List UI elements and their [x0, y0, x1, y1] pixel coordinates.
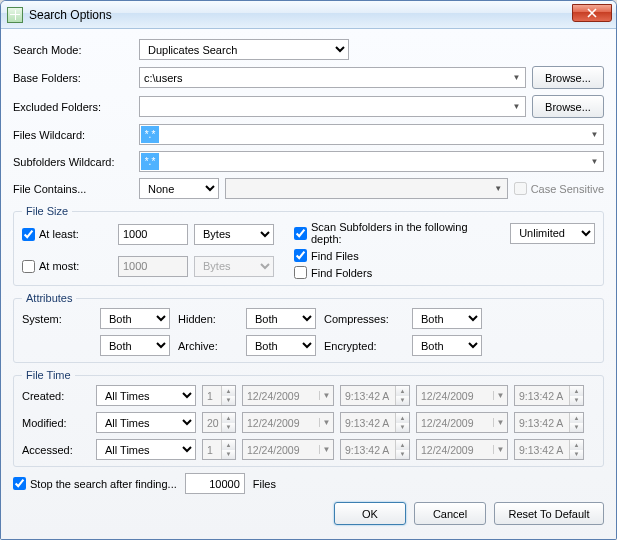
modified-mode-select[interactable]: All Times: [96, 412, 196, 433]
at-least-checkbox[interactable]: [22, 228, 35, 241]
created-time1-spinner[interactable]: 9:13:42 A▲▼: [340, 385, 410, 406]
file-contains-mode-select[interactable]: None: [139, 178, 219, 199]
readonly-select[interactable]: Both: [100, 335, 170, 356]
modified-date1[interactable]: 12/24/2009▼: [242, 412, 334, 433]
archive-label: Archive:: [178, 340, 238, 352]
created-time2-spinner[interactable]: 9:13:42 A▲▼: [514, 385, 584, 406]
browse-excluded-button[interactable]: Browse...: [532, 95, 604, 118]
chevron-down-icon: ▼: [319, 418, 333, 427]
accessed-date2[interactable]: 12/24/2009▼: [416, 439, 508, 460]
subfolders-wildcard-label: Subfolders Wildcard:: [13, 156, 133, 168]
at-most-unit-select[interactable]: Bytes: [194, 256, 274, 277]
find-folders-checkbox[interactable]: [294, 266, 307, 279]
encrypted-label: Encrypted:: [324, 340, 404, 352]
case-sensitive-checkbox[interactable]: [514, 182, 527, 195]
accessed-time1-spinner[interactable]: 9:13:42 A▲▼: [340, 439, 410, 460]
stop-search-checkbox[interactable]: [13, 477, 26, 490]
close-button[interactable]: [572, 4, 612, 22]
search-options-dialog: Search Options Search Mode: Duplicates S…: [0, 0, 617, 540]
accessed-label: Accessed:: [22, 444, 90, 456]
window-title: Search Options: [29, 8, 112, 22]
find-files-label: Find Files: [311, 250, 359, 262]
arrow-down-icon: ▼: [222, 450, 235, 460]
arrow-up-icon: ▲: [396, 386, 409, 396]
scan-subfolders-checkbox[interactable]: [294, 227, 307, 240]
arrow-up-icon: ▲: [570, 440, 583, 450]
system-label: System:: [22, 313, 92, 325]
find-folders-label: Find Folders: [311, 267, 372, 279]
arrow-up-icon: ▲: [396, 440, 409, 450]
chevron-down-icon: ▼: [319, 445, 333, 454]
at-most-value-input[interactable]: [118, 256, 188, 277]
created-count-spinner[interactable]: 1▲▼: [202, 385, 236, 406]
search-mode-label: Search Mode:: [13, 44, 133, 56]
cancel-button[interactable]: Cancel: [414, 502, 486, 525]
arrow-up-icon: ▲: [396, 413, 409, 423]
accessed-mode-select[interactable]: All Times: [96, 439, 196, 460]
case-sensitive-label: Case Sensitive: [531, 183, 604, 195]
chevron-down-icon[interactable]: ▼: [587, 153, 602, 170]
at-least-unit-select[interactable]: Bytes: [194, 224, 274, 245]
modified-count-spinner[interactable]: 20▲▼: [202, 412, 236, 433]
arrow-down-icon: ▼: [222, 396, 235, 406]
search-mode-select[interactable]: Duplicates Search: [139, 39, 349, 60]
chevron-down-icon: ▼: [493, 418, 507, 427]
browse-base-button[interactable]: Browse...: [532, 66, 604, 89]
at-least-value-input[interactable]: [118, 224, 188, 245]
stop-count-input[interactable]: [185, 473, 245, 494]
compresses-select[interactable]: Both: [412, 308, 482, 329]
find-files-checkbox[interactable]: [294, 249, 307, 262]
depth-select[interactable]: Unlimited: [510, 223, 595, 244]
at-least-label: At least:: [39, 228, 79, 240]
accessed-date1[interactable]: 12/24/2009▼: [242, 439, 334, 460]
base-folders-input[interactable]: [139, 67, 526, 88]
created-mode-select[interactable]: All Times: [96, 385, 196, 406]
at-most-checkbox[interactable]: [22, 260, 35, 273]
subfolders-wildcard-input[interactable]: [139, 151, 604, 172]
chevron-down-icon[interactable]: ▼: [587, 126, 602, 143]
created-date1[interactable]: 12/24/2009▼: [242, 385, 334, 406]
archive-select[interactable]: Both: [246, 335, 316, 356]
encrypted-select[interactable]: Both: [412, 335, 482, 356]
chevron-down-icon: ▼: [493, 445, 507, 454]
chevron-down-icon[interactable]: ▼: [509, 69, 524, 86]
modified-label: Modified:: [22, 417, 90, 429]
close-icon: [587, 8, 597, 18]
modified-date2[interactable]: 12/24/2009▼: [416, 412, 508, 433]
file-size-legend: File Size: [22, 205, 72, 217]
attributes-group: Attributes System: Both Hidden: Both Com…: [13, 292, 604, 363]
arrow-down-icon: ▼: [570, 396, 583, 406]
chevron-down-icon: ▼: [493, 391, 507, 400]
system-select[interactable]: Both: [100, 308, 170, 329]
accessed-count-spinner[interactable]: 1▲▼: [202, 439, 236, 460]
hidden-label: Hidden:: [178, 313, 238, 325]
files-wildcard-input[interactable]: [139, 124, 604, 145]
file-size-group: File Size At least: Bytes At most: Bytes: [13, 205, 604, 286]
modified-time1-spinner[interactable]: 9:13:42 A▲▼: [340, 412, 410, 433]
arrow-up-icon: ▲: [222, 440, 235, 450]
arrow-down-icon: ▼: [396, 423, 409, 433]
chevron-down-icon[interactable]: ▼: [509, 98, 524, 115]
arrow-down-icon: ▼: [570, 423, 583, 433]
arrow-down-icon: ▼: [396, 450, 409, 460]
scan-subfolders-label: Scan Subfolders in the following depth:: [311, 221, 498, 245]
stop-search-label: Stop the search after finding...: [30, 478, 177, 490]
ok-button[interactable]: OK: [334, 502, 406, 525]
arrow-down-icon: ▼: [396, 396, 409, 406]
chevron-down-icon[interactable]: ▼: [491, 180, 506, 197]
reset-to-default-button[interactable]: Reset To Default: [494, 502, 604, 525]
chevron-down-icon: ▼: [319, 391, 333, 400]
compresses-label: Compresses:: [324, 313, 404, 325]
app-icon: [7, 7, 23, 23]
excluded-folders-input[interactable]: [139, 96, 526, 117]
modified-time2-spinner[interactable]: 9:13:42 A▲▼: [514, 412, 584, 433]
accessed-time2-spinner[interactable]: 9:13:42 A▲▼: [514, 439, 584, 460]
file-contains-input[interactable]: [225, 178, 508, 199]
wildcard-highlight-icon: *.*: [141, 126, 159, 143]
hidden-select[interactable]: Both: [246, 308, 316, 329]
file-time-legend: File Time: [22, 369, 75, 381]
created-date2[interactable]: 12/24/2009▼: [416, 385, 508, 406]
file-contains-label: File Contains...: [13, 183, 133, 195]
attributes-legend: Attributes: [22, 292, 76, 304]
files-wildcard-label: Files Wildcard:: [13, 129, 133, 141]
